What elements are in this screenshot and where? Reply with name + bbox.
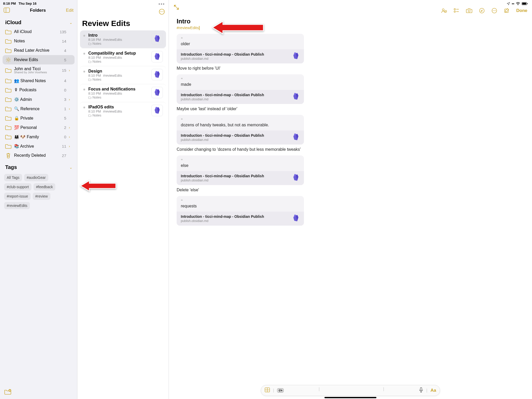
- folder-icon: [5, 78, 11, 83]
- svg-point-46: [495, 10, 496, 11]
- tag-chip[interactable]: #club-support: [4, 183, 31, 191]
- folder-row[interactable]: 🎙 Podcasts0: [3, 85, 75, 95]
- quote-card[interactable]: ❝requestsIntroduction - ticci-mind-map -…: [177, 196, 304, 226]
- compose-icon[interactable]: [504, 8, 510, 14]
- new-folder-icon[interactable]: [4, 391, 11, 396]
- chevron-right-icon: ›: [69, 144, 72, 148]
- status-bar: 8:18 PM Thu Sep 16: [0, 0, 77, 5]
- quote-card[interactable]: ❝madeIntroduction - ticci-mind-map - Obs…: [177, 74, 304, 104]
- folder-row[interactable]: John and TicciShared by John Voorhees15›: [3, 64, 75, 76]
- folder-row[interactable]: ⚙️ Admin3›: [3, 95, 75, 104]
- folder-icon: [5, 57, 11, 62]
- quote-icon: ❝: [181, 77, 300, 81]
- note-tag[interactable]: #reviewEdits: [177, 25, 199, 30]
- more-icon[interactable]: [491, 8, 497, 14]
- quote-icon: ❝: [181, 117, 300, 122]
- svg-point-9: [163, 11, 164, 12]
- note-title[interactable]: Intro: [177, 18, 524, 25]
- collaborate-icon[interactable]: [441, 8, 447, 14]
- folder-row[interactable]: All iCloud135: [3, 27, 75, 36]
- note-thumbnail: [151, 87, 163, 98]
- folder-row[interactable]: Read Later Archive4: [3, 46, 75, 55]
- svg-point-38: [454, 11, 455, 12]
- note-item[interactable]: ◉Focus and Notifications8:10 PM#reviewEd…: [80, 84, 166, 102]
- folder-row[interactable]: Recently Deleted27: [3, 151, 75, 160]
- sidebar-title: Folders: [30, 8, 46, 13]
- comment-text[interactable]: Maybe use 'last' instead of 'older': [177, 107, 343, 111]
- edit-button[interactable]: Edit: [66, 8, 74, 13]
- folder-row[interactable]: 📚 Archive11›: [3, 141, 75, 151]
- tag-chip[interactable]: #feedback: [34, 183, 56, 191]
- chevron-right-icon: ›: [69, 126, 72, 129]
- note-item[interactable]: ◉Intro8:18 PM#reviewEditsNotes: [80, 30, 166, 48]
- comment-text[interactable]: Delete 'else': [177, 188, 343, 192]
- quote-card[interactable]: ❝olderIntroduction - ticci-mind-map - Ob…: [177, 34, 304, 63]
- checklist-icon[interactable]: [454, 8, 459, 14]
- folder-row[interactable]: Review Edits5: [3, 55, 75, 64]
- markup-icon[interactable]: [479, 8, 485, 14]
- link-thumbnail: [292, 52, 300, 61]
- tag-chip[interactable]: #review: [33, 193, 50, 200]
- sidebar-toggle-icon[interactable]: [4, 8, 10, 13]
- svg-point-7: [160, 11, 161, 12]
- svg-point-36: [454, 9, 455, 10]
- chevron-down-icon: ⌄: [69, 21, 72, 25]
- svg-rect-0: [4, 8, 10, 12]
- svg-point-44: [493, 10, 493, 11]
- folder-icon: [5, 143, 11, 149]
- folder-row[interactable]: 🔍 Reference1›: [3, 104, 75, 113]
- text-cursor: [199, 26, 200, 30]
- folder-row[interactable]: 💯 Personal2›: [3, 123, 75, 132]
- section-icloud[interactable]: iCloud ⌄: [0, 15, 77, 27]
- quote-card[interactable]: ❝elseIntroduction - ticci-mind-map - Obs…: [177, 155, 304, 185]
- quote-icon: ❝: [181, 199, 300, 203]
- folder-row[interactable]: 👥 Shared Notes4: [3, 76, 75, 85]
- expand-icon[interactable]: [174, 4, 179, 11]
- folder-icon: [5, 134, 11, 139]
- note-thumbnail: [151, 33, 163, 44]
- quote-card[interactable]: ❝dozens of handy tweaks, but not as memo…: [177, 115, 304, 145]
- chevron-right-icon: ›: [69, 107, 72, 111]
- folder-row[interactable]: 👨‍👩‍👧 🐶 Family0›: [3, 132, 75, 141]
- svg-point-2: [7, 59, 9, 61]
- link-thumbnail: [292, 133, 300, 142]
- svg-rect-71: [420, 388, 422, 390]
- status-time: 8:18 PM: [3, 2, 16, 5]
- comment-text[interactable]: Consider changing to 'dozens of handy bu…: [177, 147, 343, 152]
- home-indicator[interactable]: [324, 397, 376, 398]
- keyboard-bar[interactable]: | EN || | Aa: [261, 385, 440, 396]
- tag-chip[interactable]: #report-issue: [4, 193, 31, 200]
- note-item[interactable]: ◉IPadOS edits8:10 PM#reviewEditsNotes: [80, 102, 166, 120]
- comment-text[interactable]: Move to right before 'UI': [177, 66, 343, 71]
- dictation-icon[interactable]: [419, 387, 423, 394]
- note-item[interactable]: ◉Compatibility and Setup8:10 PM#reviewEd…: [80, 48, 166, 66]
- table-icon[interactable]: [265, 388, 270, 393]
- format-button[interactable]: Aa: [430, 388, 436, 393]
- more-options-icon[interactable]: [159, 9, 165, 16]
- link-thumbnail: [292, 93, 300, 101]
- folder-row[interactable]: Notes14: [3, 36, 75, 46]
- note-item[interactable]: ◉Design8:10 PM#reviewEditsNotes: [80, 66, 166, 84]
- folder-icon: [5, 87, 11, 93]
- folder-row[interactable]: 🔒 Private5: [3, 113, 75, 123]
- folder-icon: [5, 68, 11, 73]
- svg-line-42: [482, 10, 483, 10]
- chevron-down-icon: ⌄: [69, 165, 72, 169]
- battery-icon: [522, 2, 528, 5]
- svg-rect-32: [522, 3, 526, 5]
- status-date: Thu Sep 16: [18, 2, 36, 5]
- link-thumbnail: [292, 214, 300, 223]
- tag-chip[interactable]: #reviewEdits: [4, 202, 30, 209]
- note-thumbnail: [151, 105, 163, 116]
- keyboard-candidate-area[interactable]: ||: [287, 387, 416, 394]
- camera-icon[interactable]: [466, 8, 472, 13]
- done-button[interactable]: Done: [516, 8, 528, 13]
- tag-chip[interactable]: All Tags: [4, 174, 22, 181]
- svg-point-8: [162, 11, 162, 12]
- folder-sidebar: 8:18 PM Thu Sep 16 Folders Edit iCloud ⌄…: [0, 0, 77, 399]
- language-button[interactable]: EN: [277, 388, 284, 393]
- section-tags[interactable]: Tags ⌄: [0, 160, 77, 172]
- folder-icon: [5, 125, 11, 130]
- multitask-dots[interactable]: •••: [77, 0, 169, 7]
- tag-chip[interactable]: #audioGear: [24, 174, 48, 181]
